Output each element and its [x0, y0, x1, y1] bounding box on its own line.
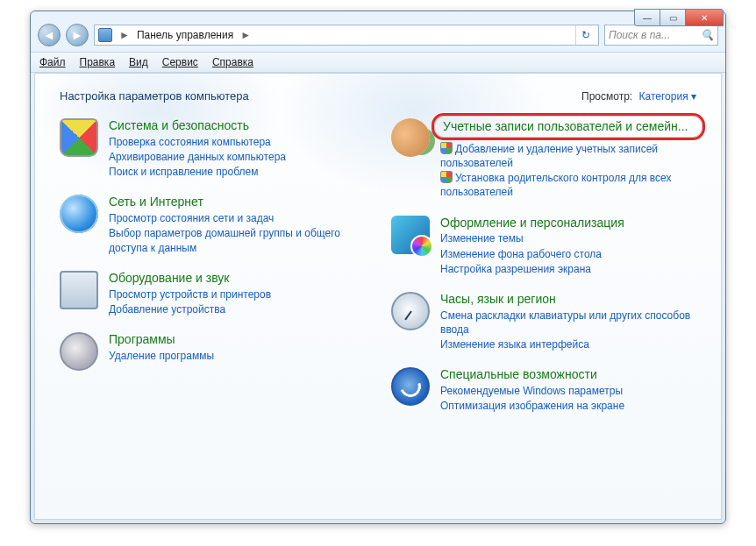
category-link-label: Удаление программы: [109, 350, 214, 362]
system-security-icon: [60, 118, 98, 157]
category-link[interactable]: Выбор параметров домашней группы и общег…: [109, 226, 365, 254]
category-link-label: Архивирование данных компьютера: [109, 151, 286, 163]
programs-icon: [60, 332, 98, 371]
view-by: Просмотр: Категория ▾: [581, 90, 696, 103]
category-link-label: Изменение языка интерфейса: [440, 338, 589, 351]
category-link-label: Настройка разрешения экрана: [440, 263, 591, 275]
category-link[interactable]: Поиск и исправление проблем: [109, 165, 365, 179]
category-link-label: Оптимизация изображения на экране: [440, 400, 624, 412]
category-programs: ПрограммыУдаление программы: [60, 332, 365, 371]
menu-help[interactable]: Справка: [212, 56, 253, 68]
category-link-label: Изменение фона рабочего стола: [440, 248, 602, 260]
menu-edit[interactable]: Правка: [80, 56, 116, 68]
nav-row: ◄ ► ► Панель управления ► ↻ Поиск в па..…: [31, 20, 725, 52]
category-title-appearance-personalization[interactable]: Оформление и персонализация: [440, 216, 696, 230]
category-hardware-sound: Оборудование и звукПросмотр устройств и …: [60, 271, 365, 316]
uac-shield-icon: [440, 142, 453, 154]
ease-of-access-icon: [391, 367, 430, 406]
category-link[interactable]: Изменение языка интерфейса: [440, 337, 696, 351]
menu-file[interactable]: Файл: [39, 56, 66, 68]
category-title-programs[interactable]: Программы: [109, 332, 365, 347]
hardware-sound-icon: [60, 271, 98, 309]
maximize-button[interactable]: ▭: [660, 9, 686, 26]
close-button[interactable]: ✕: [685, 9, 724, 26]
category-appearance-personalization: Оформление и персонализацияИзменение тем…: [391, 216, 696, 276]
network-internet-icon: [60, 195, 98, 233]
category-link[interactable]: Архивирование данных компьютера: [109, 150, 365, 164]
category-link[interactable]: Смена раскладки клавиатуры или других сп…: [440, 308, 696, 337]
appearance-personalization-icon: [391, 216, 430, 254]
category-column-left: Система и безопасностьПроверка состояния…: [60, 118, 365, 413]
uac-shield-icon: [440, 171, 453, 183]
back-button[interactable]: ◄: [38, 24, 61, 46]
category-link-label: Рекомендуемые Windows параметры: [440, 385, 623, 397]
category-link-label: Смена раскладки клавиатуры или других сп…: [440, 309, 690, 336]
category-link-label: Просмотр устройств и принтеров: [109, 288, 271, 301]
menu-view[interactable]: Вид: [129, 56, 148, 68]
page-title: Настройка параметров компьютера: [60, 89, 249, 103]
category-link[interactable]: Изменение темы: [440, 231, 696, 245]
category-link[interactable]: Изменение фона рабочего стола: [440, 247, 696, 261]
search-icon[interactable]: 🔍: [701, 29, 714, 41]
category-link-label: Установка родительского контроля для все…: [440, 172, 672, 198]
address-bar[interactable]: ► Панель управления ► ↻: [94, 25, 599, 46]
category-title-user-accounts[interactable]: Учетные записи пользователей и семейн...: [443, 119, 694, 134]
category-link[interactable]: Просмотр устройств и принтеров: [109, 287, 365, 301]
view-by-dropdown[interactable]: Категория ▾: [639, 90, 696, 103]
category-link[interactable]: Добавление и удаление учетных записей по…: [440, 142, 696, 170]
minimize-button[interactable]: —: [634, 9, 660, 26]
refresh-button[interactable]: ↻: [575, 25, 595, 45]
window-buttons: — ▭ ✕: [635, 9, 724, 26]
category-link[interactable]: Установка родительского контроля для все…: [440, 171, 696, 199]
category-link[interactable]: Проверка состояния компьютера: [109, 135, 365, 149]
content-area: Настройка параметров компьютера Просмотр…: [34, 73, 722, 520]
category-link-label: Изменение темы: [440, 232, 524, 245]
category-link[interactable]: Рекомендуемые Windows параметры: [440, 384, 696, 398]
category-title-system-security[interactable]: Система и безопасность: [109, 118, 365, 133]
menu-bar: Файл Правка Вид Сервис Справка: [31, 52, 725, 73]
category-link-label: Добавление устройства: [109, 303, 225, 316]
breadcrumb-sep-icon: ►: [119, 29, 130, 41]
user-accounts-icon: [391, 118, 430, 157]
category-link[interactable]: Добавление устройства: [109, 302, 365, 316]
category-link[interactable]: Просмотр состояния сети и задач: [109, 211, 365, 225]
category-link-label: Поиск и исправление проблем: [109, 166, 258, 178]
highlight-user-accounts: Учетные записи пользователей и семейн...: [431, 113, 705, 140]
category-link[interactable]: Удаление программы: [109, 349, 365, 363]
forward-button[interactable]: ►: [66, 24, 89, 46]
search-input[interactable]: Поиск в па... 🔍: [604, 25, 718, 46]
category-title-ease-of-access[interactable]: Специальные возможности: [440, 367, 696, 382]
category-link-label: Добавление и удаление учетных записей по…: [440, 143, 658, 169]
category-network-internet: Сеть и ИнтернетПросмотр состояния сети и…: [60, 195, 365, 254]
menu-tools[interactable]: Сервис: [162, 56, 198, 68]
category-title-network-internet[interactable]: Сеть и Интернет: [109, 195, 365, 209]
category-link[interactable]: Оптимизация изображения на экране: [440, 399, 696, 413]
category-link-label: Проверка состояния компьютера: [109, 136, 271, 148]
category-link-label: Просмотр состояния сети и задач: [109, 212, 274, 224]
search-placeholder: Поиск в па...: [609, 29, 670, 41]
category-title-clock-language-region[interactable]: Часы, язык и регион: [440, 292, 696, 307]
category-system-security: Система и безопасностьПроверка состояния…: [60, 118, 365, 179]
titlebar[interactable]: [31, 11, 725, 20]
category-user-accounts: Учетные записи пользователей и семейн...…: [391, 118, 696, 200]
breadcrumb-sep-icon[interactable]: ►: [240, 29, 251, 41]
category-link-label: Выбор параметров домашней группы и общег…: [109, 227, 340, 253]
clock-language-region-icon: [391, 292, 430, 330]
view-by-label: Просмотр:: [581, 90, 632, 103]
breadcrumb[interactable]: Панель управления: [137, 29, 233, 41]
control-panel-window: — ▭ ✕ ◄ ► ► Панель управления ► ↻ Поиск …: [30, 11, 726, 524]
control-panel-icon: [98, 28, 112, 42]
chevron-down-icon: ▾: [691, 90, 696, 103]
category-column-right: Учетные записи пользователей и семейн...…: [391, 118, 696, 413]
category-ease-of-access: Специальные возможностиРекомендуемые Win…: [391, 367, 696, 413]
category-clock-language-region: Часы, язык и регионСмена раскладки клави…: [391, 292, 696, 351]
category-title-hardware-sound[interactable]: Оборудование и звук: [109, 271, 365, 286]
category-link[interactable]: Настройка разрешения экрана: [440, 262, 696, 276]
